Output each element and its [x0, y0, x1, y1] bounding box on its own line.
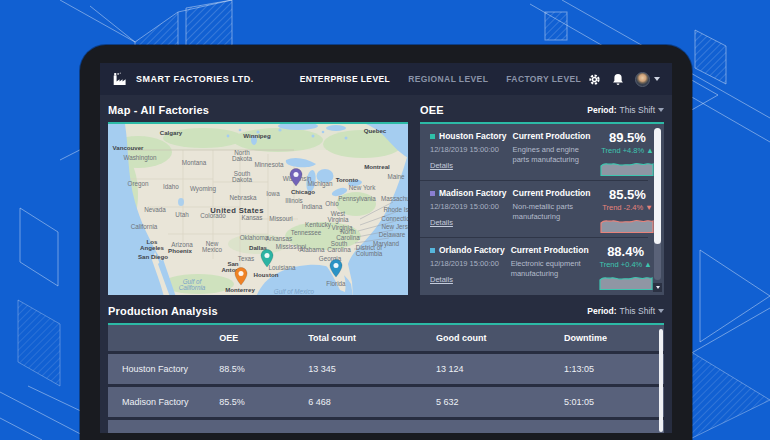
production-description: Non-metallic parts manufacturing — [513, 202, 591, 222]
table-scrollbar-thumb[interactable] — [659, 329, 663, 432]
dashboard-content: Map - All Factories — [100, 95, 672, 433]
oee-card-production-info: Current Production Non-metallic parts ma… — [513, 188, 591, 238]
current-production-label: Current Production — [513, 188, 591, 198]
oee-panel-title: OEE — [420, 104, 444, 116]
chevron-down-icon — [658, 309, 664, 313]
table-header-row: OEETotal countGood countDowntime — [108, 325, 664, 351]
user-menu-caret-icon — [654, 77, 660, 81]
factory-bullet-icon — [430, 248, 435, 253]
cell-oee: 85.5% — [219, 397, 308, 407]
settings-icon[interactable] — [588, 73, 601, 86]
app-header: SMART FACTORIES LTD. ENTERPRISE LEVELREG… — [100, 63, 672, 95]
oee-card-list: Houston Factory 12/18/2019 15:00:00 Deta… — [420, 122, 664, 295]
table-row-houston-factory: Houston Factory 88.5% 13 345 13 124 1:13… — [108, 354, 664, 384]
map-pin-orlando[interactable] — [329, 259, 343, 278]
dashboard-screen: SMART FACTORIES LTD. ENTERPRISE LEVELREG… — [100, 63, 672, 433]
oee-card-factory-info: Houston Factory 12/18/2019 15:00:00 Deta… — [430, 131, 507, 181]
nav-tab-factory-level[interactable]: FACTORY LEVEL — [506, 74, 581, 84]
details-link[interactable]: Details — [430, 161, 453, 170]
oee-percentage: 85.5% — [596, 188, 658, 201]
map-pin-houston[interactable] — [260, 249, 274, 268]
map-graphic — [108, 124, 408, 295]
map-canvas[interactable]: CalgaryWinnipegVancouverQuebecMontrealTo… — [108, 122, 408, 295]
oee-card-orlando-factory: Orlando Factory 12/18/2019 15:00:00 Deta… — [420, 238, 648, 295]
factory-name: Madison Factory — [439, 188, 507, 198]
factory-logo-icon — [112, 72, 129, 86]
map-panel-title: Map - All Factories — [108, 104, 209, 116]
oee-percentage: 89.5% — [596, 131, 658, 144]
map-pin-san-antonio[interactable] — [234, 267, 248, 286]
factory-bullet-icon — [430, 191, 435, 196]
cell-factory: Houston Factory — [108, 364, 219, 374]
period-label: Period: — [587, 105, 616, 115]
oee-period-dropdown[interactable]: Period: This Shift — [587, 105, 664, 115]
nav-tab-enterprise-level[interactable]: ENTERPRISE LEVEL — [300, 74, 390, 84]
cell-total-count: 6 468 — [308, 397, 436, 407]
chevron-down-icon — [658, 108, 664, 112]
production-period-dropdown[interactable]: Period: This Shift — [587, 306, 664, 316]
oee-card-houston-factory: Houston Factory 12/18/2019 15:00:00 Deta… — [420, 124, 648, 181]
oee-card-stats: 85.5% Trend -2.4% ▼ — [596, 188, 658, 238]
user-avatar[interactable] — [635, 72, 650, 87]
oee-card-factory-info: Madison Factory 12/18/2019 15:00:00 Deta… — [430, 188, 507, 238]
brand: SMART FACTORIES LTD. — [112, 72, 254, 86]
table-column-header-oee: OEE — [219, 333, 308, 343]
trend-value: Trend +0.4% ▲ — [595, 260, 657, 269]
oee-card-production-info: Current Production Electronic equipment … — [511, 245, 589, 295]
cell-downtime: 5:01:05 — [564, 397, 664, 407]
production-analysis-title: Production Analysis — [108, 305, 218, 317]
production-analysis-section: Production Analysis Period: This Shift O… — [108, 304, 664, 433]
factory-timestamp: 12/18/2019 15:00:00 — [430, 259, 505, 268]
laptop-frame: SMART FACTORIES LTD. ENTERPRISE LEVELREG… — [80, 45, 692, 440]
oee-percentage: 88.4% — [595, 245, 657, 258]
current-production-label: Current Production — [511, 245, 589, 255]
map-pin-madison[interactable] — [289, 168, 303, 187]
factory-name: Houston Factory — [439, 131, 507, 141]
trend-sparkline — [599, 157, 655, 177]
oee-card-stats: 89.5% Trend +4.8% ▲ — [596, 131, 658, 181]
trend-sparkline — [598, 271, 654, 291]
cell-total-count: 13 345 — [308, 364, 436, 374]
production-description: Electronic equipment manufacturing — [511, 259, 589, 279]
details-link[interactable]: Details — [430, 275, 453, 284]
desktop-background: SMART FACTORIES LTD. ENTERPRISE LEVELREG… — [0, 0, 770, 440]
cell-downtime: 1:13:05 — [564, 364, 664, 374]
current-production-label: Current Production — [513, 131, 591, 141]
cell-oee: 88.5% — [219, 364, 308, 374]
oee-card-factory-info: Orlando Factory 12/18/2019 15:00:00 Deta… — [430, 245, 505, 295]
factory-bullet-icon — [430, 134, 435, 139]
table-column-header-good-count: Good count — [436, 333, 564, 343]
oee-card-madison-factory: Madison Factory 12/18/2019 15:00:00 Deta… — [420, 181, 648, 238]
oee-panel: OEE Period: This Shift Houston Factory — [420, 101, 664, 295]
notifications-bell-icon[interactable] — [612, 73, 624, 86]
period-label: Period: — [587, 306, 616, 316]
cell-good-count: 13 124 — [436, 364, 564, 374]
oee-scroll-down-button[interactable] — [653, 283, 662, 292]
oee-scrollbar-thumb[interactable] — [654, 128, 661, 244]
trend-value: Trend -2.4% ▼ — [596, 203, 658, 212]
table-row-partial — [108, 420, 664, 433]
main-nav: ENTERPRISE LEVELREGIONAL LEVELFACTORY LE… — [300, 74, 582, 84]
cell-good-count: 5 632 — [436, 397, 564, 407]
table-column-header-downtime: Downtime — [564, 333, 664, 343]
table-column-header-total-count: Total count — [308, 333, 436, 343]
trend-value: Trend +4.8% ▲ — [596, 146, 658, 155]
details-link[interactable]: Details — [430, 218, 453, 227]
oee-card-production-info: Current Production Engines and engine pa… — [513, 131, 591, 181]
factory-timestamp: 12/18/2019 15:00:00 — [430, 202, 507, 211]
factory-name: Orlando Factory — [439, 245, 505, 255]
period-value: This Shift — [620, 306, 655, 316]
table-row-madison-factory: Madison Factory 85.5% 6 468 5 632 5:01:0… — [108, 387, 664, 417]
oee-card-stats: 88.4% Trend +0.4% ▲ — [595, 245, 657, 295]
triangle-down-icon — [656, 286, 660, 289]
nav-tab-regional-level[interactable]: REGIONAL LEVEL — [408, 74, 488, 84]
period-value: This Shift — [620, 105, 655, 115]
trend-sparkline — [599, 214, 655, 234]
user-menu[interactable] — [635, 72, 660, 87]
cell-factory: Madison Factory — [108, 397, 219, 407]
production-table: OEETotal countGood countDowntime Houston… — [108, 323, 664, 433]
map-panel: Map - All Factories — [108, 101, 408, 295]
factory-timestamp: 12/18/2019 15:00:00 — [430, 145, 507, 154]
brand-name: SMART FACTORIES LTD. — [136, 74, 254, 84]
production-description: Engines and engine parts manufacturing — [513, 145, 591, 165]
